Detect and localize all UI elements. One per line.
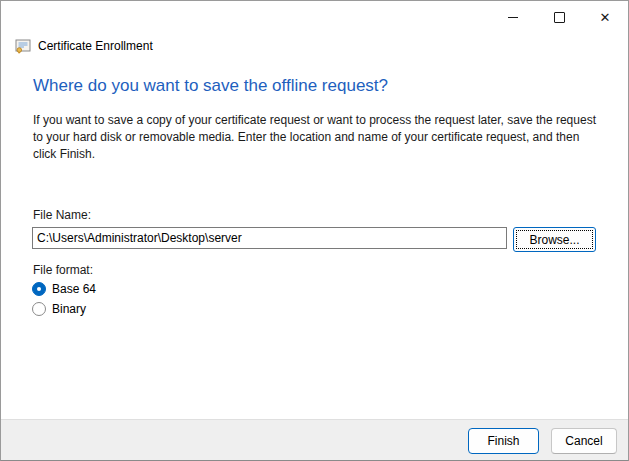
radio-button-base64[interactable] bbox=[32, 282, 46, 296]
radio-label-binary: Binary bbox=[52, 302, 86, 316]
radio-option-binary[interactable]: Binary bbox=[32, 302, 86, 316]
cancel-button[interactable]: Cancel bbox=[551, 428, 617, 454]
caption-buttons: ✕ bbox=[490, 1, 628, 33]
app-title: Certificate Enrollment bbox=[38, 39, 153, 53]
footer-bar: Finish Cancel bbox=[1, 419, 628, 460]
maximize-icon bbox=[554, 12, 565, 23]
radio-option-base64[interactable]: Base 64 bbox=[32, 282, 96, 296]
maximize-button[interactable] bbox=[536, 1, 582, 33]
radio-button-binary[interactable] bbox=[32, 302, 46, 316]
certificate-enrollment-dialog: ✕ Certificate Enrollment Where do you wa… bbox=[0, 0, 629, 461]
file-name-input[interactable] bbox=[32, 227, 507, 249]
file-format-label: File format: bbox=[33, 263, 93, 277]
minimize-icon bbox=[508, 17, 518, 18]
page-heading: Where do you want to save the offline re… bbox=[33, 76, 388, 96]
radio-label-base64: Base 64 bbox=[52, 282, 96, 296]
finish-button[interactable]: Finish bbox=[468, 428, 539, 454]
app-header: Certificate Enrollment bbox=[15, 38, 153, 54]
close-icon: ✕ bbox=[600, 11, 611, 24]
page-description: If you want to save a copy of your certi… bbox=[33, 112, 603, 163]
file-name-label: File Name: bbox=[33, 208, 91, 222]
certificate-icon bbox=[15, 38, 31, 54]
browse-button[interactable]: Browse... bbox=[513, 227, 596, 252]
minimize-button[interactable] bbox=[490, 1, 536, 33]
title-bar: ✕ bbox=[1, 1, 628, 33]
close-button[interactable]: ✕ bbox=[582, 1, 628, 33]
